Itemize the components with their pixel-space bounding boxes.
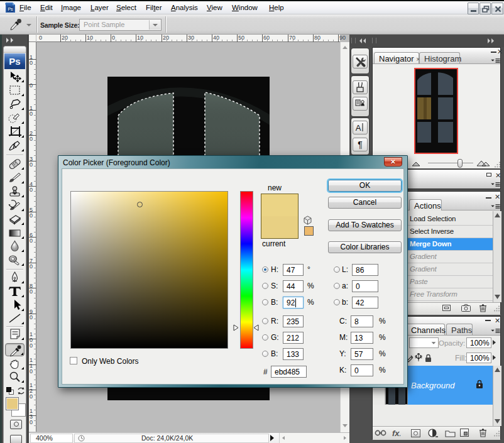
svg-text:Ps: Ps — [8, 7, 13, 11]
svg-text:A: A — [356, 123, 361, 133]
svg-text:¶: ¶ — [358, 139, 363, 150]
